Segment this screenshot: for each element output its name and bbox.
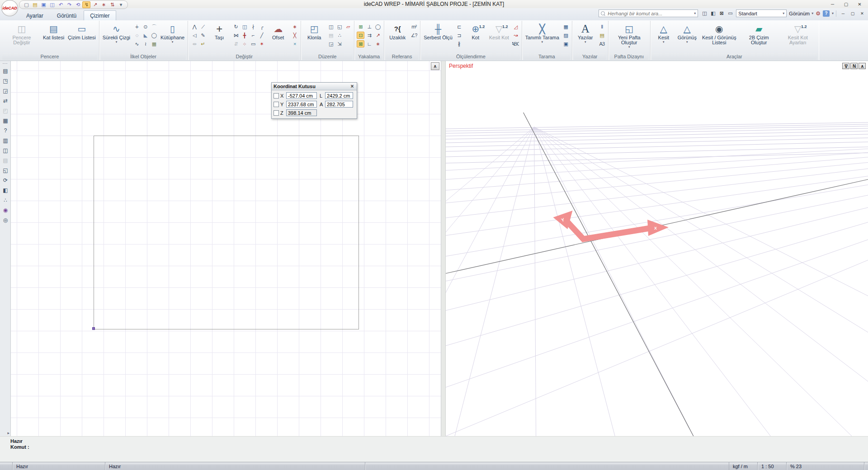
tab-goruntu[interactable]: Görüntü <box>51 10 83 20</box>
plan-viewport[interactable]: ∧ Koordinat Kutusu × X -527.04 cm L 2429… <box>11 61 441 436</box>
stretch-icon[interactable]: ⇲ <box>335 40 343 47</box>
qat-more-icon[interactable]: ▾ <box>117 1 125 8</box>
kot-button[interactable]: ⊕1.2 Kot <box>465 22 486 41</box>
kat-listesi-button[interactable]: ▤ Kat listesi <box>42 22 65 41</box>
select-add-icon[interactable]: ◲ <box>1 86 9 95</box>
dots-icon[interactable]: ∴ <box>1 196 9 204</box>
array-icon[interactable]: ⁘ <box>241 40 248 47</box>
rotate-icon[interactable]: ↻ <box>232 23 240 30</box>
cizim-listesi-button[interactable]: ▭ Çizim Listesi <box>67 22 97 41</box>
close-button[interactable]: ✕ <box>853 0 866 8</box>
y-value-field[interactable]: 2337.68 cm <box>286 101 317 108</box>
level-tool-icon[interactable]: ⇅ <box>108 1 116 8</box>
display-icon[interactable]: ▭ <box>726 10 734 17</box>
grid-hatch-icon[interactable]: ▦ <box>562 23 570 30</box>
dim-vertical-icon[interactable]: ∦ <box>455 40 463 47</box>
x-value-field[interactable]: -527.04 cm <box>286 92 317 99</box>
select-icon[interactable]: ◳ <box>1 76 9 85</box>
ruler-pen-icon[interactable]: ⟋ <box>199 23 207 30</box>
scale-chart-icon[interactable]: ◫ <box>241 23 248 30</box>
viewport-filter-button[interactable]: ∇ <box>842 63 849 69</box>
kutuphane-button[interactable]: ▯ Kütüphane ▾ <box>160 22 185 44</box>
move-copy-icon[interactable]: ⇄ <box>1 96 9 105</box>
search-input[interactable] <box>607 10 692 17</box>
dim-baseline-icon[interactable]: ⊐ <box>455 32 463 39</box>
open-file-icon[interactable]: ▤ <box>31 1 39 8</box>
status-unit[interactable]: kgf / m <box>729 462 758 470</box>
stack-icon[interactable]: ◧ <box>1 186 9 194</box>
solid-hatch-icon[interactable]: ▨ <box>562 32 570 39</box>
chamfer-icon[interactable]: ╱ <box>258 32 265 39</box>
measure-angle-icon[interactable]: ⋀ <box>190 23 198 30</box>
gorunus-button[interactable]: △ Görünüş ▾ <box>676 22 698 44</box>
freehand-icon[interactable]: ≀ <box>142 40 149 47</box>
a-value-field[interactable]: 282.705 <box>325 101 353 108</box>
circle-center-icon[interactable]: ⊙ <box>142 23 149 30</box>
viewport-n-button[interactable]: N <box>850 63 858 69</box>
status-scale[interactable]: 1 : 50 <box>758 462 787 470</box>
snap-perpendicular-icon[interactable]: ⊥ <box>365 23 373 30</box>
snap-point-icon[interactable]: ∗ <box>374 40 382 47</box>
text-3d-icon[interactable]: A3 <box>598 40 606 47</box>
snap-parallel-icon[interactable]: ⇉ <box>365 32 373 39</box>
intersect-icon[interactable]: ╳ <box>291 32 298 39</box>
perspective-viewport[interactable]: Y X Perspektif ∇N∧ <box>446 61 868 436</box>
fillet-icon[interactable]: ╭ <box>258 23 265 30</box>
undo-list-icon[interactable]: ⟲ <box>74 1 82 8</box>
radius-dim-icon[interactable]: ↝ <box>512 32 519 39</box>
mdi-restore-button[interactable]: ▢ <box>848 10 857 17</box>
find-icon[interactable]: ◎ <box>1 216 9 224</box>
y-lock-checkbox[interactable] <box>274 102 279 107</box>
plan-viewport-collapse-button[interactable]: ∧ <box>431 62 439 70</box>
cone-icon[interactable]: ◁ <box>190 32 198 39</box>
wave-line-icon[interactable]: ∿ <box>133 40 141 47</box>
save-icon[interactable]: ▣ <box>39 1 47 8</box>
search-dropdown-icon[interactable]: ▾ <box>694 11 696 15</box>
layers-icon[interactable]: ◫ <box>700 10 708 17</box>
paste-special-icon[interactable]: ◱ <box>1 166 9 174</box>
snap-midpoint-icon[interactable]: ↗ <box>374 32 382 39</box>
region-icon[interactable]: ◌ <box>133 32 141 39</box>
view-menu[interactable]: Görünüm ▾ <box>789 11 813 16</box>
undo-icon[interactable]: ↶ <box>57 1 65 8</box>
snap-node-tool-icon[interactable]: ↗ <box>91 1 99 8</box>
clone-swap-icon[interactable]: ◱ <box>335 23 343 30</box>
angle-query-icon[interactable]: ∠? <box>410 32 418 39</box>
dropper-icon[interactable]: ✎ <box>199 32 207 39</box>
area-icon[interactable]: m² <box>410 23 418 30</box>
tab-cizimler[interactable]: Çizimler <box>84 10 116 20</box>
wall-join-icon[interactable]: ╋ <box>241 32 248 39</box>
tab-ayarlar[interactable]: Ayarlar <box>20 10 50 20</box>
solid-fill-icon[interactable]: ◣ <box>142 32 149 39</box>
save-all-icon[interactable]: ◫ <box>48 1 56 8</box>
mirror-icon[interactable]: ⋈ <box>232 32 240 39</box>
ellipse-icon[interactable]: ◯ <box>150 32 158 39</box>
idecad-logo[interactable]: ideCAD <box>1 0 18 16</box>
copy-small-icon[interactable]: ◫ <box>1 146 9 155</box>
copy-icon[interactable]: ◫ <box>327 23 335 30</box>
uzaklik-button[interactable]: ?{ Uzaklık <box>387 22 408 41</box>
ofset-button[interactable]: ☁ Ofset <box>267 22 289 41</box>
erase-icon[interactable]: ▱ <box>344 23 352 30</box>
l-value-field[interactable]: 2429.2 cm <box>325 92 353 99</box>
serbest-olcu-button[interactable]: ╫ Serbest Ölçü <box>423 22 453 41</box>
mdi-close-button[interactable]: ✕ <box>857 10 867 17</box>
box-hatch-icon[interactable]: ▣ <box>562 40 570 47</box>
help-dropdown-icon[interactable]: ▾ <box>832 11 834 15</box>
table-select-icon[interactable]: ▦ <box>1 116 9 125</box>
style-select[interactable]: Standart ▾ <box>736 9 787 17</box>
minimize-button[interactable]: ─ <box>826 0 839 8</box>
z-lock-checkbox[interactable] <box>274 110 279 116</box>
axis-tool-icon[interactable]: ∗ <box>99 1 108 8</box>
cizim-2b-button[interactable]: ▰ 2B Çizim Oluştur <box>741 22 778 46</box>
toolbar-grip[interactable]: ┄┄ <box>3 62 8 66</box>
kesit-button[interactable]: △ Kesit ▾ <box>653 22 675 44</box>
snap-node-icon[interactable]: ⊡ <box>357 32 364 39</box>
divide-icon[interactable]: × <box>291 40 298 47</box>
arc-icon[interactable]: ⌒ <box>150 23 158 30</box>
layers-alt-icon[interactable]: ◧ <box>709 10 717 17</box>
tasi-button[interactable]: + Taşı <box>208 22 230 41</box>
continuous-line-tool-icon[interactable]: ↯ <box>82 1 90 8</box>
rect-edit-icon[interactable]: ▭ <box>249 40 257 47</box>
note-icon[interactable]: ↵ <box>199 40 207 47</box>
